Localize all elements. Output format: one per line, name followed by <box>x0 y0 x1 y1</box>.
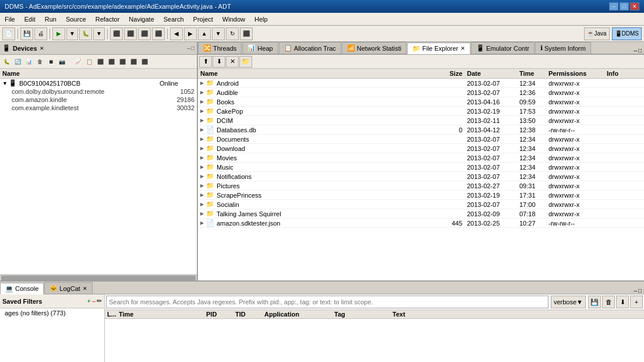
tab-heap[interactable]: 📊 Heap <box>242 42 278 54</box>
menu-file[interactable]: File <box>0 15 20 24</box>
menu-window[interactable]: Window <box>218 15 250 24</box>
fe-delete-btn[interactable]: ✕ <box>226 56 239 68</box>
dev-dump-btn[interactable]: 📋 <box>84 57 94 67</box>
fe-row-11[interactable]: ▶ 📁 Pictures 2013-02-27 09:31 drwxrwxr-x <box>198 181 644 191</box>
tb-btn-4[interactable]: ⬛ <box>152 27 165 40</box>
device-row[interactable]: ▼ 📱 B0C9100425170BCB Online <box>0 79 197 87</box>
fe-row-6[interactable]: ▶ 📁 Documents 2013-02-07 12:34 drwxrwxr-… <box>198 135 644 144</box>
tab-emulator[interactable]: 📱 Emulator Contr <box>471 42 535 54</box>
fe-row-7[interactable]: ▶ 📁 Download 2013-02-07 12:34 drwxrwxr-x <box>198 144 644 153</box>
dev-btn5[interactable]: ⬛ <box>117 57 128 67</box>
ddms-maximize-btn[interactable]: □ <box>638 47 642 54</box>
fe-row-0[interactable]: ▶ 📁 Android 2013-02-07 12:34 drwxrwxr-x <box>198 79 644 88</box>
close-button[interactable]: ✕ <box>630 2 639 10</box>
fe-row-5[interactable]: ▶ 📄 Databases.db 0 2013-04-12 12:38 -rw-… <box>198 125 644 135</box>
maximize-button[interactable]: □ <box>620 2 629 10</box>
tab-sysinfo[interactable]: ℹ System Inform <box>535 42 591 54</box>
app-row-0[interactable]: com.dolby.dolbysurround:remote 1052 <box>0 87 197 96</box>
fe-row-4[interactable]: ▶ 📁 DCIM 2013-02-11 13:50 drwxrwxr-x <box>198 116 644 125</box>
bottom-maximize-btn[interactable]: □ <box>638 287 642 294</box>
menu-search[interactable]: Search <box>159 15 189 24</box>
menu-navigate[interactable]: Navigate <box>124 15 158 24</box>
verbose-dropdown[interactable]: verbose ▼ <box>551 296 586 308</box>
tb-btn-2[interactable]: ⬛ <box>124 27 137 40</box>
logcat-scroll-btn[interactable]: ⬇ <box>616 296 629 308</box>
ddms-minimize-btn[interactable]: – <box>634 47 637 54</box>
menu-project[interactable]: Project <box>189 15 218 24</box>
print-button[interactable]: 🖨 <box>34 27 47 40</box>
add-filter-btn[interactable]: + <box>87 297 90 305</box>
tab-console[interactable]: 💻 Console <box>0 283 44 294</box>
fe-row-1[interactable]: ▶ 📁 Audible 2013-02-07 12:36 drwxrwxr-x <box>198 88 644 97</box>
minimize-button[interactable]: – <box>609 2 618 10</box>
dev-btn4[interactable]: ⬛ <box>106 57 116 67</box>
fe-row-15[interactable]: ▶ 📄 amazon.sdktester.json 445 2013-02-25… <box>198 219 644 228</box>
tab-file-explorer[interactable]: 📁 File Explorer ✕ <box>407 43 470 54</box>
run-dropdown[interactable]: ▼ <box>66 27 78 40</box>
app-row-1[interactable]: com.amazon.kindle 29186 <box>0 96 197 104</box>
new-button[interactable]: 📄 <box>2 27 15 40</box>
logcat-clear-btn[interactable]: 🗑 <box>602 296 615 308</box>
menu-refactor[interactable]: Refactor <box>91 15 125 24</box>
debug-dropdown[interactable]: ▼ <box>93 27 105 40</box>
dev-debug-btn[interactable]: 🐛 <box>1 57 12 67</box>
menu-source[interactable]: Source <box>61 15 91 24</box>
back-button[interactable]: ◀ <box>170 27 183 40</box>
tb-btn-1[interactable]: ⬛ <box>110 27 123 40</box>
fe-new-folder-btn[interactable]: 📁 <box>239 56 252 68</box>
tab-network[interactable]: 📶 Network Statisti <box>342 42 406 54</box>
logcat-search-input[interactable] <box>106 296 549 308</box>
expand-triangle-10: ▶ <box>200 174 204 179</box>
devices-maximize-btn[interactable]: □ <box>192 45 194 51</box>
tb-btn-3[interactable]: ⬛ <box>138 27 151 40</box>
bottom-minimize-btn[interactable]: – <box>634 287 637 294</box>
fe-row-3[interactable]: ▶ 📁 CakePop 2013-02-19 17:53 drwxrwxr-x <box>198 107 644 116</box>
nav-down-button[interactable]: ▼ <box>212 27 225 40</box>
dev-heap-btn[interactable]: 📊 <box>23 57 34 67</box>
dev-screenshot-btn[interactable]: 📷 <box>56 57 67 67</box>
dev-gc-btn[interactable]: 🗑 <box>34 57 45 67</box>
tab-threads[interactable]: 🔀 Threads <box>198 42 242 54</box>
dev-btn6[interactable]: ⬛ <box>128 57 139 67</box>
fe-pull-btn[interactable]: ⬇ <box>213 56 225 68</box>
menu-edit[interactable]: Edit <box>20 15 40 24</box>
refresh-button[interactable]: ↻ <box>226 27 239 40</box>
fe-push-btn[interactable]: ⬆ <box>199 56 212 68</box>
fe-row-2[interactable]: ▶ 📁 Books 2013-04-16 09:59 drwxrwxr-x <box>198 97 644 107</box>
run-button[interactable]: ▶ <box>52 27 65 40</box>
dev-profile-btn[interactable]: 📈 <box>73 57 83 67</box>
tab-alloc[interactable]: 📋 Allocation Trac <box>279 42 341 54</box>
filter-item-0[interactable]: ages (no filters) (773) <box>0 308 104 318</box>
menu-help[interactable]: Help <box>250 15 273 24</box>
fe-row-12[interactable]: ▶ 📁 ScrapePrincess 2013-02-19 17:31 drwx… <box>198 191 644 200</box>
fe-row-10[interactable]: ▶ 📁 Notifications 2013-02-07 12:34 drwxr… <box>198 172 644 181</box>
nav-btn[interactable]: ⬛ <box>240 27 253 40</box>
dev-btn7[interactable]: ⬛ <box>139 57 150 67</box>
logcat-add-btn[interactable]: + <box>630 296 643 308</box>
debug-button[interactable]: 🐛 <box>79 27 92 40</box>
nav-up-button[interactable]: ▲ <box>198 27 211 40</box>
app-row-2[interactable]: com.example.kindletest 30032 <box>0 104 197 112</box>
dev-stop-btn[interactable]: ⏹ <box>45 57 56 67</box>
fe-row-8[interactable]: ▶ 📁 Movies 2013-02-07 12:34 drwxrwxr-x <box>198 153 644 163</box>
java-perspective[interactable]: ☕ Java <box>584 27 609 40</box>
remove-filter-btn[interactable]: – <box>92 297 95 305</box>
fe-row-14[interactable]: ▶ 📁 Talking James Squirrel 2013-02-09 07… <box>198 209 644 219</box>
fe-row-9[interactable]: ▶ 📁 Music 2013-02-07 12:34 drwxrwxr-x <box>198 163 644 172</box>
devices-minimize-btn[interactable]: – <box>187 45 190 51</box>
tab-file-explorer-close[interactable]: ✕ <box>461 45 465 51</box>
fe-row-13[interactable]: ▶ 📁 Socialin 2013-02-07 17:00 drwxrwxr-x <box>198 200 644 209</box>
fe-row-perm-14: drwxrwxr-x <box>549 210 607 217</box>
menu-run[interactable]: Run <box>40 15 61 24</box>
devices-close-icon[interactable]: ✕ <box>40 45 44 51</box>
forward-button[interactable]: ▶ <box>184 27 197 40</box>
dev-update-threads-btn[interactable]: 🔄 <box>12 57 23 67</box>
tab-logcat-close[interactable]: ✕ <box>83 286 87 291</box>
logcat-save-btn[interactable]: 💾 <box>588 296 601 308</box>
edit-filter-btn[interactable]: ✏ <box>97 297 102 305</box>
dev-btn3[interactable]: ⬛ <box>95 57 105 67</box>
save-button[interactable]: 💾 <box>20 27 33 40</box>
devices-hscroll[interactable] <box>0 275 197 280</box>
ddms-perspective[interactable]: 📱 DDMS <box>612 27 642 40</box>
tab-logcat[interactable]: 🐱 LogCat ✕ <box>44 282 92 294</box>
